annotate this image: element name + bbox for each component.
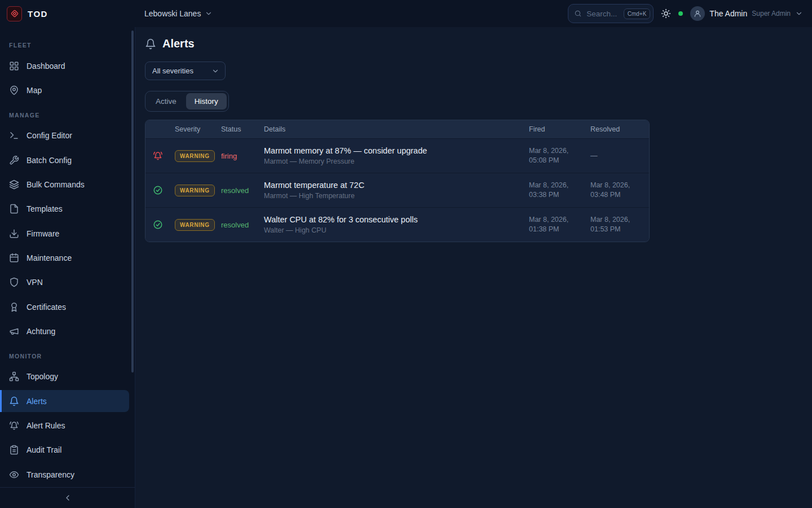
sidebar-item-audit-trail[interactable]: Audit Trail [0, 439, 129, 461]
severity-filter-value: All severities [152, 67, 193, 75]
sidebar-item-alert-rules[interactable]: Alert Rules [0, 414, 129, 436]
sidebar-item-config-editor[interactable]: Config Editor [0, 125, 129, 147]
section-label-fleet: FLEET [0, 33, 135, 54]
sidebar-item-label: Audit Trail [27, 445, 61, 454]
fired-time: Mar 8, 2026, 03:38 PM [524, 181, 586, 200]
alerts-tabs: Active History [145, 91, 229, 112]
sidebar-item-label: Transparency [27, 470, 74, 479]
sun-icon [661, 8, 671, 19]
sidebar-item-alerts[interactable]: Alerts [0, 390, 129, 412]
section-label-manage: MANAGE [0, 103, 135, 124]
terminal-icon [9, 130, 19, 141]
sidebar-item-achtung[interactable]: Achtung [0, 320, 129, 342]
sidebar-item-label: Alerts [27, 397, 47, 406]
sidebar-item-label: Certificates [27, 303, 66, 312]
chevron-down-icon [205, 10, 213, 17]
table-row[interactable]: WARNING firing Marmot memory at 87% — co… [145, 138, 649, 173]
resolved-time: Mar 8, 2026, 01:53 PM [586, 215, 649, 234]
sidebar-item-label: Achtung [27, 327, 55, 336]
sidebar-item-bulk-commands[interactable]: Bulk Commands [0, 173, 129, 195]
user-menu[interactable]: The Admin Super Admin [690, 6, 803, 21]
sidebar-item-label: Templates [27, 204, 63, 213]
sidebar-item-templates[interactable]: Templates [0, 198, 129, 220]
alert-title: Marmot memory at 87% — consider upgrade [264, 146, 524, 155]
search-icon [574, 10, 582, 17]
sidebar-item-label: Config Editor [27, 131, 72, 140]
main-content: Alerts All severities Active History Sev… [135, 27, 812, 508]
certificate-icon [9, 302, 19, 312]
severity-badge: WARNING [175, 150, 215, 162]
search-input[interactable]: Search... Cmd+K [568, 4, 654, 23]
chevron-left-icon [63, 493, 72, 502]
app-logo-icon [7, 6, 22, 21]
alert-details: Walter CPU at 82% for 3 consecutive poll… [259, 215, 524, 234]
sidebar-item-label: Alert Rules [27, 421, 65, 430]
sidebar-item-label: Topology [27, 372, 58, 381]
alert-subtitle: Walter — High CPU [264, 226, 524, 234]
search-shortcut-badge: Cmd+K [624, 8, 651, 19]
sidebar: FLEET Dashboard Map MANAGE Config Editor… [0, 27, 135, 508]
row-icon-cell [145, 185, 170, 195]
sidebar-item-transparency[interactable]: Transparency [0, 463, 129, 485]
sidebar-item-label: Batch Config [27, 156, 72, 165]
sidebar-item-label: Bulk Commands [27, 180, 85, 189]
download-icon [9, 229, 19, 239]
table-row[interactable]: WARNING resolved Walter CPU at 82% for 3… [145, 207, 649, 242]
wrench-icon [9, 155, 19, 165]
table-row[interactable]: WARNING resolved Marmot temperature at 7… [145, 173, 649, 207]
tab-active[interactable]: Active [147, 93, 185, 110]
alert-details: Marmot memory at 87% — consider upgrade … [259, 146, 524, 165]
brand: TOD [0, 6, 135, 21]
sidebar-item-vpn[interactable]: VPN [0, 271, 129, 294]
megaphone-icon [9, 326, 19, 336]
layers-icon [9, 179, 19, 190]
tab-history[interactable]: History [186, 93, 227, 110]
theme-toggle-button[interactable] [661, 8, 671, 19]
org-selector[interactable]: Lebowski Lanes [144, 9, 213, 18]
sidebar-collapse-button[interactable] [0, 487, 135, 508]
column-header-resolved: Resolved [586, 125, 649, 133]
severity-filter-select[interactable]: All severities [145, 62, 226, 80]
resolved-time: — [586, 151, 649, 161]
sidebar-item-maintenance[interactable]: Maintenance [0, 247, 129, 269]
alerts-bell-icon [145, 38, 156, 50]
table-header-row: Severity Status Details Fired Resolved [145, 120, 649, 138]
sidebar-item-label: VPN [27, 278, 43, 287]
org-name: Lebowski Lanes [144, 9, 201, 18]
sidebar-item-topology[interactable]: Topology [0, 366, 129, 388]
user-icon [694, 10, 701, 17]
bell-icon [9, 396, 19, 406]
sidebar-scrollbar[interactable] [131, 30, 134, 373]
clipboard-icon [9, 445, 19, 455]
severity-badge: WARNING [175, 185, 215, 196]
severity-badge: WARNING [175, 219, 215, 231]
sidebar-item-certificates[interactable]: Certificates [0, 296, 129, 318]
chevron-down-icon [795, 10, 803, 17]
alert-subtitle: Marmot — High Temperature [264, 192, 524, 200]
user-name: The Admin [709, 9, 747, 18]
chevron-down-icon [211, 67, 219, 75]
topbar: TOD Lebowski Lanes Search... Cmd+K The A… [0, 0, 812, 27]
sidebar-item-firmware[interactable]: Firmware [0, 222, 129, 244]
page-title: Alerts [162, 37, 195, 50]
online-status-dot [678, 11, 683, 16]
check-circle-icon [153, 220, 163, 230]
status-text: resolved [217, 186, 259, 195]
topbar-right: Search... Cmd+K The Admin Super Admin [568, 4, 812, 23]
file-icon [9, 204, 19, 214]
alert-title: Marmot temperature at 72C [264, 181, 524, 190]
app-title: TOD [28, 9, 48, 19]
column-header-fired: Fired [524, 125, 586, 133]
column-header-severity: Severity [170, 125, 217, 133]
alert-bell-icon [153, 151, 163, 161]
sidebar-item-label: Firmware [27, 229, 59, 238]
alerts-table: Severity Status Details Fired Resolved W… [145, 120, 650, 242]
eye-icon [9, 470, 19, 480]
sidebar-item-map[interactable]: Map [0, 79, 129, 101]
dashboard-grid-icon [9, 61, 19, 71]
sidebar-item-dashboard[interactable]: Dashboard [0, 55, 129, 77]
fired-time: Mar 8, 2026, 01:38 PM [524, 215, 586, 234]
column-header-details: Details [259, 125, 524, 133]
alert-title: Walter CPU at 82% for 3 consecutive poll… [264, 215, 524, 224]
sidebar-item-batch-config[interactable]: Batch Config [0, 149, 129, 171]
